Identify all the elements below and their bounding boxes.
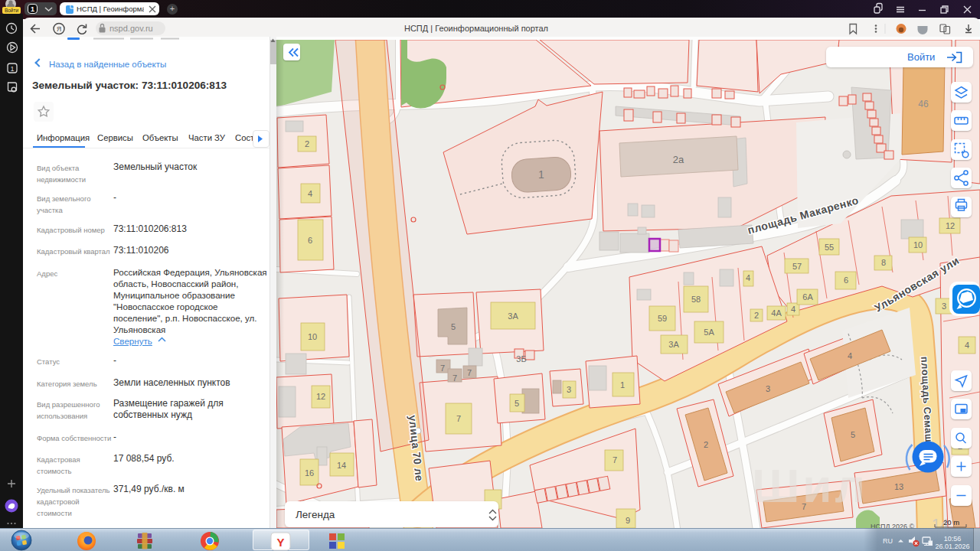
svg-text:7: 7 — [452, 373, 457, 383]
svg-text:НСПД 2026 ©: НСПД 2026 © — [871, 523, 915, 528]
svg-text:6: 6 — [308, 236, 312, 245]
svg-text:1: 1 — [538, 168, 544, 181]
svg-text:2: 2 — [704, 440, 708, 449]
svg-text:3: 3 — [766, 384, 770, 393]
svg-text:58: 58 — [691, 295, 701, 304]
svg-text:57: 57 — [792, 262, 802, 271]
svg-text:5: 5 — [851, 430, 855, 439]
svg-text:8: 8 — [881, 258, 886, 267]
svg-text:4: 4 — [848, 351, 852, 360]
svg-text:59: 59 — [658, 314, 667, 323]
svg-text:14: 14 — [337, 461, 346, 470]
svg-text:13: 13 — [894, 482, 903, 491]
svg-text:3А: 3А — [668, 340, 679, 349]
svg-text:2а: 2а — [673, 154, 684, 165]
svg-text:5: 5 — [451, 322, 456, 331]
svg-text:6: 6 — [844, 276, 848, 285]
svg-text:10: 10 — [308, 332, 317, 341]
svg-text:4А: 4А — [771, 308, 782, 318]
svg-text:12: 12 — [316, 392, 325, 401]
svg-text:55: 55 — [825, 243, 834, 252]
svg-text:4: 4 — [791, 305, 795, 314]
svg-text:Шил: Шил — [752, 459, 868, 512]
svg-text:3А: 3А — [508, 311, 518, 321]
svg-text:16: 16 — [305, 468, 314, 478]
svg-text:10: 10 — [913, 240, 923, 249]
svg-text:7: 7 — [456, 414, 461, 423]
svg-text:5: 5 — [514, 399, 519, 408]
svg-text:6А: 6А — [802, 292, 813, 302]
svg-text:3: 3 — [942, 302, 946, 311]
svg-text:3Б: 3Б — [516, 354, 526, 364]
svg-text:9: 9 — [626, 516, 630, 525]
svg-text:7: 7 — [612, 455, 617, 465]
svg-text:4: 4 — [746, 273, 750, 282]
svg-text:12: 12 — [946, 221, 955, 230]
svg-text:2: 2 — [754, 311, 759, 320]
svg-text:4: 4 — [965, 341, 969, 350]
svg-text:46: 46 — [918, 99, 929, 109]
svg-text:3: 3 — [567, 385, 571, 394]
svg-text:2: 2 — [305, 139, 309, 148]
svg-text:20 m: 20 m — [943, 518, 959, 527]
svg-text:1: 1 — [620, 380, 625, 390]
svg-text:7: 7 — [440, 364, 445, 373]
svg-text:4: 4 — [308, 189, 312, 198]
svg-text:5А: 5А — [704, 328, 714, 337]
svg-text:7: 7 — [467, 368, 472, 377]
